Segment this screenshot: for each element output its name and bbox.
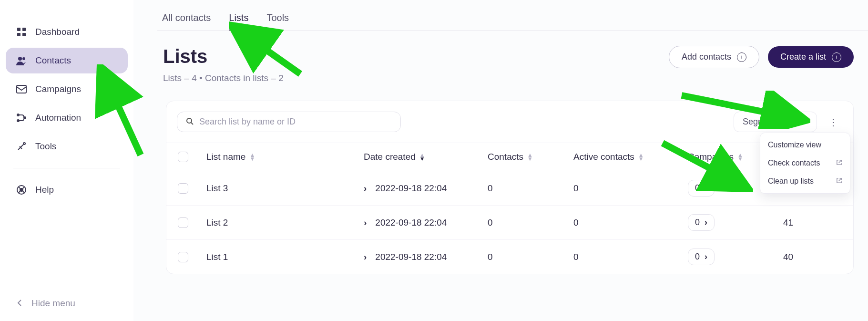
svg-rect-1 — [22, 28, 26, 31]
hide-menu-button[interactable]: Hide menu — [6, 291, 128, 315]
col-list-name[interactable]: List name ▲▼ — [206, 152, 364, 162]
page-title: Lists — [163, 46, 284, 67]
row-checkbox[interactable] — [178, 183, 188, 194]
sidebar-item-contacts[interactable]: Contacts — [6, 48, 128, 73]
create-list-label: Create a list — [780, 52, 826, 62]
sort-icon: ▲▼ — [419, 153, 425, 161]
tabs: All contacts Lists Tools — [157, 5, 868, 31]
tab-all-contacts[interactable]: All contacts — [162, 10, 211, 30]
row-checkbox[interactable] — [178, 252, 188, 262]
add-contacts-label: Add contacts — [682, 52, 731, 62]
plus-icon: + — [832, 52, 841, 62]
create-list-button[interactable]: Create a list + — [768, 46, 854, 68]
people-icon — [16, 55, 27, 66]
sidebar-item-help[interactable]: Help — [6, 177, 128, 203]
select-all-checkbox[interactable] — [178, 152, 188, 162]
search-input[interactable] — [199, 117, 392, 127]
list-name-cell: List 3 — [206, 183, 228, 194]
chevron-right-icon: › — [364, 217, 367, 228]
sidebar-item-dashboard[interactable]: Dashboard — [6, 19, 128, 45]
chevron-right-icon: › — [705, 183, 707, 193]
sidebar: Dashboard Contacts Campaigns — [0, 0, 133, 321]
help-icon — [16, 185, 27, 195]
table-row[interactable]: List 1 › 2022-09-18 22:04 0 0 0 › 40 — [166, 239, 853, 274]
sidebar-item-campaigns[interactable]: Campaigns — [6, 76, 128, 102]
external-link-icon — [836, 177, 842, 185]
svg-rect-3 — [22, 33, 26, 36]
extra-cell: 40 — [783, 252, 850, 262]
sidebar-item-tools[interactable]: Tools — [6, 134, 128, 159]
mail-icon — [16, 84, 27, 94]
svg-point-13 — [187, 118, 192, 123]
campaigns-pill[interactable]: 0 › — [688, 180, 715, 197]
chevron-right-icon: › — [364, 183, 367, 194]
search-icon — [186, 117, 194, 127]
svg-point-4 — [18, 57, 22, 61]
sidebar-item-label: Help — [35, 185, 54, 195]
search-box[interactable] — [177, 112, 401, 132]
sidebar-item-label: Contacts — [35, 55, 71, 66]
campaigns-pill[interactable]: 0 › — [688, 214, 715, 231]
active-cell: 0 — [573, 183, 688, 194]
svg-rect-0 — [17, 28, 20, 31]
popup-clean-up-lists[interactable]: Clean up lists — [760, 172, 850, 190]
sidebar-item-label: Campaigns — [35, 84, 81, 94]
sidebar-divider — [13, 168, 120, 168]
svg-point-8 — [17, 120, 19, 122]
sidebar-item-label: Dashboard — [35, 27, 80, 37]
chevron-right-icon: › — [705, 252, 707, 262]
refresh-icon — [800, 117, 808, 127]
col-date-created[interactable]: Date created ▲▼ — [364, 152, 488, 162]
svg-point-9 — [24, 117, 26, 119]
sort-icon: ▲▼ — [737, 153, 743, 161]
chevron-right-icon: › — [705, 217, 707, 228]
list-name-cell: List 1 — [206, 252, 228, 262]
active-cell: 0 — [573, 252, 688, 262]
svg-point-7 — [17, 114, 19, 116]
segmentation-button[interactable]: Segmentation — [734, 112, 817, 132]
svg-point-12 — [20, 188, 23, 191]
lists-panel: Segmentation ⋮ List name ▲▼ — [166, 101, 854, 274]
chevron-right-icon: › — [364, 252, 367, 262]
table-row[interactable]: List 2 › 2022-09-18 22:04 0 0 0 › 41 — [166, 205, 853, 239]
contacts-cell: 0 — [488, 183, 573, 194]
segmentation-label: Segmentation — [743, 117, 796, 127]
list-name-cell: List 2 — [206, 217, 228, 228]
tab-tools[interactable]: Tools — [266, 10, 289, 30]
contacts-cell: 0 — [488, 217, 573, 228]
popup-check-contacts[interactable]: Check contacts — [760, 154, 850, 172]
tab-lists[interactable]: Lists — [229, 10, 248, 30]
sort-icon: ▲▼ — [527, 153, 533, 161]
more-options-button[interactable]: ⋮ — [824, 113, 843, 132]
main-content: All contacts Lists Tools Lists Lists – 4… — [143, 0, 868, 321]
svg-point-5 — [22, 57, 25, 60]
date-cell: 2022-09-18 22:04 — [375, 252, 447, 262]
date-cell: 2022-09-18 22:04 — [375, 183, 447, 194]
campaigns-pill[interactable]: 0 › — [688, 249, 715, 265]
sidebar-item-label: Tools — [35, 141, 56, 152]
external-link-icon — [836, 159, 842, 167]
dashboard-icon — [16, 27, 27, 37]
sort-icon: ▲▼ — [249, 153, 255, 161]
page-subtitle: Lists – 4 • Contacts in lists – 2 — [163, 73, 284, 83]
tools-icon — [16, 141, 27, 152]
collapse-icon — [16, 298, 25, 309]
sidebar-item-automation[interactable]: Automation — [6, 105, 128, 131]
table-row[interactable]: List 3 › 2022-09-18 22:04 0 0 0 › — [166, 171, 853, 205]
hide-menu-label: Hide menu — [31, 298, 75, 309]
col-active-contacts[interactable]: Active contacts ▲▼ — [573, 152, 688, 162]
row-checkbox[interactable] — [178, 217, 188, 228]
active-cell: 0 — [573, 217, 688, 228]
date-cell: 2022-09-18 22:04 — [375, 217, 447, 228]
table-header: List name ▲▼ Date created ▲▼ Contacts ▲▼… — [166, 143, 853, 171]
automation-icon — [16, 113, 27, 123]
popup-customize-view[interactable]: Customize view — [760, 136, 850, 154]
svg-rect-2 — [17, 33, 20, 36]
col-contacts[interactable]: Contacts ▲▼ — [488, 152, 573, 162]
kebab-icon: ⋮ — [828, 117, 838, 127]
add-contacts-button[interactable]: Add contacts + — [669, 46, 759, 68]
extra-cell: 41 — [783, 217, 850, 228]
contacts-cell: 0 — [488, 252, 573, 262]
more-options-popup: Customize view Check contacts Clean up l… — [760, 133, 850, 194]
sort-icon: ▲▼ — [638, 153, 644, 161]
